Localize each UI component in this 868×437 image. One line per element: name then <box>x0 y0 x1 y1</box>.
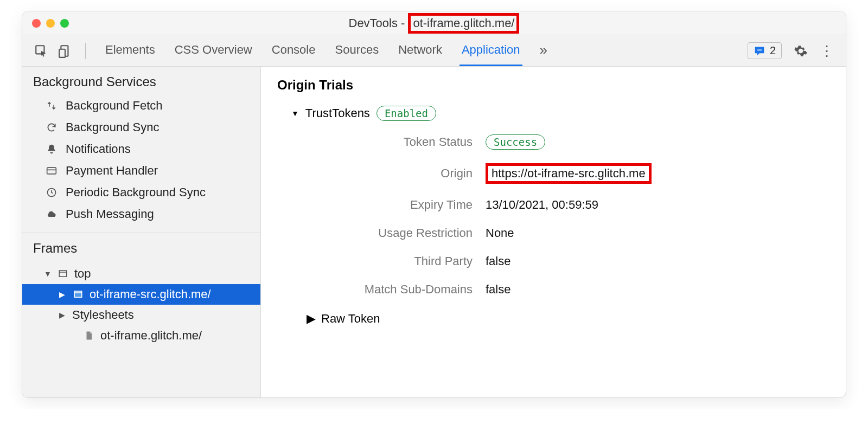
disclosure-triangle-icon: ▼ <box>291 109 299 118</box>
tab-application[interactable]: Application <box>459 35 522 66</box>
window-title-prefix: DevTools - <box>349 16 405 30</box>
trial-status-badge: Enabled <box>376 106 436 121</box>
trial-row[interactable]: ▼ TrustTokens Enabled <box>291 106 829 121</box>
iframe-icon <box>72 290 84 299</box>
sidebar-item-label: Push Messaging <box>66 207 154 221</box>
card-icon <box>45 165 58 176</box>
disclosure-triangle-icon: ▶ <box>59 311 67 319</box>
issues-icon <box>754 46 765 56</box>
kv-val-usage: None <box>486 226 829 240</box>
sidebar-section-background-services: Background Services <box>22 67 260 94</box>
frames-top-label: top <box>74 267 91 281</box>
tab-sources[interactable]: Sources <box>333 35 381 66</box>
devtools-window: DevTools - ot-iframe.glitch.me/ Elements <box>22 11 846 398</box>
toolbar-divider <box>85 43 86 59</box>
sidebar-item-label: Notifications <box>66 142 131 156</box>
tab-css-overview[interactable]: CSS Overview <box>173 35 254 66</box>
content: Background Services Background Fetch Bac… <box>22 67 846 397</box>
clock-icon <box>45 187 58 198</box>
kv-val-expiry: 13/10/2021, 00:59:59 <box>486 198 829 212</box>
disclosure-triangle-icon: ▶ <box>307 312 316 326</box>
frames-top[interactable]: ▼ top <box>22 264 260 284</box>
kv-val-subdomains: false <box>486 282 829 297</box>
toolbar-left-icons <box>29 44 78 58</box>
svg-rect-3 <box>757 49 762 50</box>
origin-trials-heading: Origin Trials <box>277 78 829 93</box>
main-panel: Origin Trials ▼ TrustTokens Enabled Toke… <box>261 67 846 397</box>
sidebar-item-label: Background Fetch <box>66 99 163 113</box>
sidebar: Background Services Background Fetch Bac… <box>22 67 261 397</box>
frames-iframe-label: ot-iframe-src.glitch.me/ <box>90 287 211 301</box>
more-icon[interactable]: ⋮ <box>820 44 834 58</box>
traffic-lights <box>32 19 69 28</box>
kv-key-origin: Origin <box>310 166 473 181</box>
sidebar-item-background-fetch[interactable]: Background Fetch <box>22 95 260 117</box>
origin-value: https://ot-iframe-src.glitch.me <box>486 163 652 184</box>
frames-document-label: ot-iframe.glitch.me/ <box>100 329 202 343</box>
document-icon <box>83 330 95 341</box>
window-title: DevTools - ot-iframe.glitch.me/ <box>349 13 520 34</box>
frames-tree: ▼ top ▶ ot-iframe-src.glitch.me/ ▶ Style… <box>22 260 260 357</box>
raw-token-toggle[interactable]: ▶ Raw Token <box>307 312 829 326</box>
sidebar-item-payment-handler[interactable]: Payment Handler <box>22 160 260 182</box>
inspect-element-icon[interactable] <box>34 44 48 58</box>
sidebar-bg-services-list: Background Fetch Background Sync Notific… <box>22 94 260 233</box>
issues-button[interactable]: 2 <box>748 42 782 59</box>
svg-rect-7 <box>59 271 67 277</box>
window-icon <box>57 269 69 279</box>
svg-rect-2 <box>59 49 65 57</box>
kv-key-thirdparty: Third Party <box>310 254 473 268</box>
tab-elements[interactable]: Elements <box>103 35 157 66</box>
trial-name: TrustTokens <box>305 106 370 120</box>
toolbar: Elements CSS Overview Console Sources Ne… <box>22 35 846 67</box>
kv-key-usage: Usage Restriction <box>310 226 473 240</box>
kv-key-expiry: Expiry Time <box>310 198 473 212</box>
tabs-overflow-button[interactable]: » <box>538 35 550 66</box>
sidebar-item-label: Periodic Background Sync <box>66 185 206 200</box>
sidebar-section-frames: Frames <box>22 233 260 260</box>
frames-stylesheets[interactable]: ▶ Stylesheets <box>22 305 260 325</box>
sidebar-item-background-sync[interactable]: Background Sync <box>22 117 260 138</box>
sidebar-item-label: Background Sync <box>66 120 159 134</box>
titlebar: DevTools - ot-iframe.glitch.me/ <box>22 11 846 35</box>
sidebar-item-label: Payment Handler <box>66 164 158 178</box>
disclosure-triangle-icon: ▶ <box>59 290 67 299</box>
zoom-window-button[interactable] <box>60 19 69 28</box>
tab-console[interactable]: Console <box>270 35 318 66</box>
kv-key-subdomains: Match Sub-Domains <box>310 282 473 297</box>
panel-tabs: Elements CSS Overview Console Sources Ne… <box>103 35 743 66</box>
toolbar-right: 2 ⋮ <box>748 42 839 59</box>
device-toolbar-icon[interactable] <box>58 44 72 58</box>
sync-icon <box>45 122 58 133</box>
frames-document-leaf[interactable]: ▶ ot-iframe.glitch.me/ <box>22 325 260 346</box>
frames-stylesheets-label: Stylesheets <box>72 308 134 322</box>
svg-rect-4 <box>47 168 56 174</box>
minimize-window-button[interactable] <box>46 19 55 28</box>
raw-token-label: Raw Token <box>321 312 380 326</box>
token-status-badge: Success <box>486 134 545 150</box>
kv-key-token-status: Token Status <box>310 135 473 149</box>
sidebar-item-push-messaging[interactable]: Push Messaging <box>22 203 260 225</box>
kv-val-origin: https://ot-iframe-src.glitch.me <box>486 163 829 184</box>
close-window-button[interactable] <box>32 19 41 28</box>
bell-icon <box>45 144 58 155</box>
svg-rect-9 <box>74 291 82 297</box>
arrows-vert-icon <box>45 100 58 111</box>
cloud-icon <box>45 209 58 220</box>
trial-details: Token Status Success Origin https://ot-i… <box>310 135 829 297</box>
kv-val-thirdparty: false <box>486 254 829 268</box>
sidebar-item-notifications[interactable]: Notifications <box>22 138 260 160</box>
frames-iframe-selected[interactable]: ▶ ot-iframe-src.glitch.me/ <box>22 284 260 305</box>
kv-val-token-status: Success <box>486 135 829 149</box>
window-title-url: ot-iframe.glitch.me/ <box>408 13 519 34</box>
settings-icon[interactable] <box>794 44 808 58</box>
issues-count: 2 <box>770 44 776 57</box>
sidebar-item-periodic-sync[interactable]: Periodic Background Sync <box>22 182 260 203</box>
disclosure-triangle-icon: ▼ <box>44 269 52 278</box>
tab-network[interactable]: Network <box>396 35 444 66</box>
